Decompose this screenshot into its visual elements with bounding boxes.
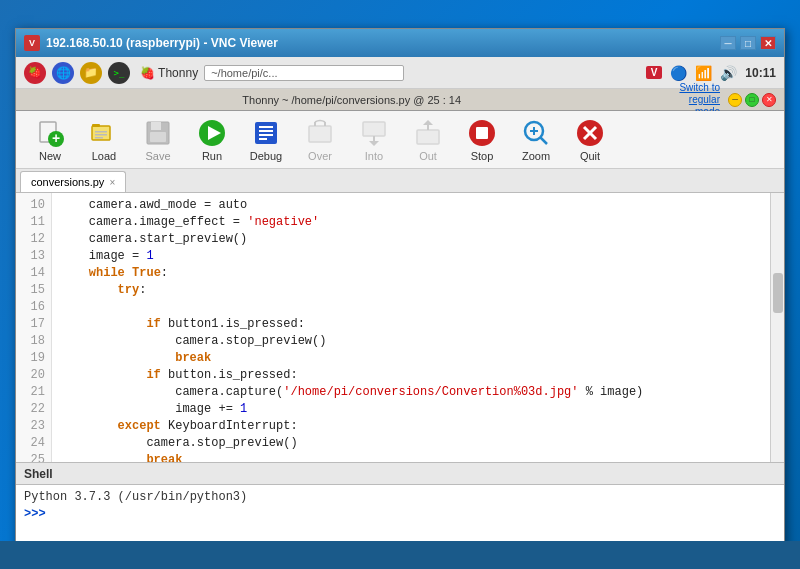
svg-marker-20 [369,141,379,146]
vnc-icon: V [24,35,40,51]
svg-rect-17 [259,138,267,140]
load-button[interactable]: Load [78,115,130,165]
thonny-editor[interactable]: 10 11 12 13 14 15 16 17 18 19 20 21 22 2… [16,193,784,462]
stop-label: Stop [471,150,494,162]
quit-label: Quit [580,150,600,162]
svg-rect-9 [151,122,161,130]
bluetooth-icon: 🔵 [670,65,687,81]
zoom-icon [520,118,552,149]
svg-line-26 [540,137,547,144]
svg-rect-10 [150,132,166,142]
topbar-path: ~/home/pi/c... [204,65,404,81]
vnc-title-text: 192.168.50.10 (raspberrypi) - VNC Viewer [46,36,720,50]
files-icon[interactable]: 📁 [80,62,102,84]
zoom-label: Zoom [522,150,550,162]
svg-rect-5 [95,134,107,136]
scroll-thumb[interactable] [773,273,783,313]
desktop: V 192.168.50.10 (raspberrypi) - VNC View… [0,0,800,569]
taskbar [0,541,800,569]
run-icon [196,118,228,149]
tab-close-button[interactable]: × [109,177,115,188]
shell-prompt-line: >>> [24,506,776,523]
editor-scrollbar[interactable] [770,193,784,462]
load-label: Load [92,150,116,162]
save-icon [142,118,174,149]
over-icon [304,118,336,149]
thonny-maximize-button[interactable]: □ [745,93,759,107]
stop-icon [466,118,498,149]
vnc-maximize-button[interactable]: □ [740,36,756,50]
svg-rect-6 [95,131,107,133]
svg-rect-13 [255,122,277,144]
svg-rect-24 [476,127,488,139]
debug-button[interactable]: Debug [240,115,292,165]
file-tab[interactable]: conversions.py × [20,171,126,192]
zoom-button[interactable]: Zoom [510,115,562,165]
volume-icon: 🔊 [720,65,737,81]
tab-filename: conversions.py [31,176,104,188]
out-label: Out [419,150,437,162]
into-button[interactable]: Into [348,115,400,165]
stop-button[interactable]: Stop [456,115,508,165]
vnc-badge: V [646,66,663,79]
shell-label: Shell [24,467,53,481]
svg-rect-15 [259,130,273,132]
svg-text:+: + [52,130,60,146]
new-icon: + [34,118,66,149]
save-label: Save [145,150,170,162]
load-icon [88,118,120,149]
thonny-window: 🍓 🌐 📁 >_ 🍓 Thonny ~/home/pi/c... V 🔵 📶 🔊… [16,57,784,547]
out-button[interactable]: Out [402,115,454,165]
topbar-right: V 🔵 📶 🔊 10:11 [646,65,776,81]
new-button[interactable]: + New [24,115,76,165]
thonny-title-text: Thonny ~ /home/pi/conversions.py @ 25 : … [24,94,679,106]
run-label: Run [202,150,222,162]
browser-icon[interactable]: 🌐 [52,62,74,84]
svg-rect-16 [259,134,273,136]
debug-label: Debug [250,150,282,162]
svg-rect-18 [309,126,331,142]
shell-content[interactable]: Python 3.7.3 (/usr/bin/python3) >>> [16,485,784,547]
code-editor[interactable]: camera.awd_mode = auto camera.image_effe… [52,193,770,462]
raspberry-icon[interactable]: 🍓 [24,62,46,84]
clock: 10:11 [745,66,776,80]
thonny-titlebar: Thonny ~ /home/pi/conversions.py @ 25 : … [16,89,784,111]
thonny-shell: Shell Python 3.7.3 (/usr/bin/python3) >>… [16,462,784,547]
line-numbers: 10 11 12 13 14 15 16 17 18 19 20 21 22 2… [16,193,52,462]
run-button[interactable]: Run [186,115,238,165]
thonny-toolbar: + New Load [16,111,784,169]
thonny-close-button[interactable]: ✕ [762,93,776,107]
quit-button[interactable]: Quit [564,115,616,165]
vnc-win-controls: ─ □ ✕ [720,36,776,50]
vnc-close-button[interactable]: ✕ [760,36,776,50]
svg-rect-7 [95,137,103,139]
shell-header: Shell [16,463,784,485]
new-label: New [39,150,61,162]
svg-rect-19 [363,122,385,136]
terminal-icon[interactable]: >_ [108,62,130,84]
vnc-window: V 192.168.50.10 (raspberrypi) - VNC View… [15,28,785,548]
thonny-minimize-button[interactable]: ─ [728,93,742,107]
thonny-topbar: 🍓 🌐 📁 >_ 🍓 Thonny ~/home/pi/c... V 🔵 📶 🔊… [16,57,784,89]
shell-prompt: >>> [24,507,46,521]
shell-python-version: Python 3.7.3 (/usr/bin/python3) [24,489,776,506]
vnc-minimize-button[interactable]: ─ [720,36,736,50]
wifi-icon: 📶 [695,65,712,81]
thonny-win-controls: ─ □ ✕ [728,93,776,107]
topbar-thonny-label: 🍓 Thonny [140,66,198,80]
svg-rect-4 [92,124,100,127]
thonny-tabbar: conversions.py × [16,169,784,193]
over-button[interactable]: Over [294,115,346,165]
quit-icon [574,118,606,149]
into-icon [358,118,390,149]
save-button[interactable]: Save [132,115,184,165]
vnc-titlebar: V 192.168.50.10 (raspberrypi) - VNC View… [16,29,784,57]
into-label: Into [365,150,383,162]
svg-marker-22 [423,120,433,125]
svg-rect-21 [417,130,439,144]
debug-icon [250,118,282,149]
over-label: Over [308,150,332,162]
svg-rect-14 [259,126,273,128]
out-icon [412,118,444,149]
